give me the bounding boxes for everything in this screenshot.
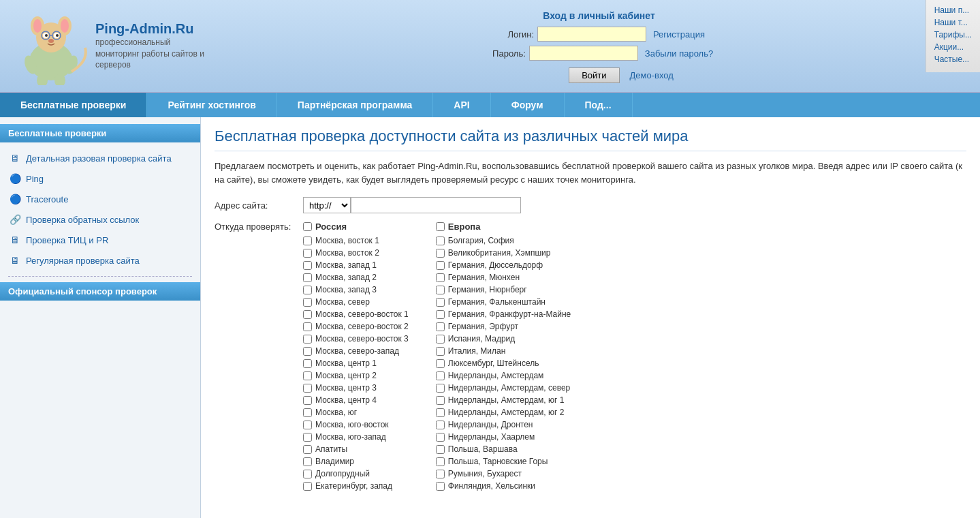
right-link-5[interactable]: Частые... — [934, 55, 972, 64]
russia-checkbox-1[interactable] — [303, 249, 312, 258]
nav-item-forum[interactable]: Форум — [491, 93, 565, 117]
russia-location-label: Москва, север — [315, 297, 370, 307]
europe-checkbox-18[interactable] — [436, 457, 445, 466]
russia-checkbox-19[interactable] — [303, 470, 312, 478]
europe-checkbox-19[interactable] — [436, 470, 445, 478]
russia-checkbox-7[interactable] — [303, 322, 312, 331]
russia-checkbox-20[interactable] — [303, 482, 312, 491]
russia-checkbox-9[interactable] — [303, 347, 312, 356]
russia-checkbox-15[interactable] — [303, 421, 312, 429]
europe-checkbox-8[interactable] — [436, 335, 445, 344]
login-label: Логин: — [493, 29, 534, 40]
russia-item: Москва, запад 3 — [303, 285, 409, 294]
russia-item: Москва, восток 2 — [303, 248, 409, 258]
ping-icon: 🔵 — [8, 172, 22, 185]
russia-location-label: Владимир — [315, 457, 354, 466]
europe-checkbox-1[interactable] — [436, 249, 445, 258]
europe-checkbox-11[interactable] — [436, 371, 445, 380]
regular-icon: 🖥 — [8, 254, 22, 267]
sidebar-item-traceroute[interactable]: 🔵 Traceroute — [0, 189, 200, 209]
europe-item: Финляндия, Хельсинки — [436, 481, 571, 491]
europe-item: Нидерланды, Хаарлем — [436, 432, 571, 442]
russia-checkbox-3[interactable] — [303, 273, 312, 282]
demo-link[interactable]: Демо-вход — [630, 70, 674, 80]
russia-location-label: Москва, запад 2 — [315, 273, 377, 282]
nav-item-more[interactable]: Под... — [565, 93, 633, 117]
sidebar-item-backlinks[interactable]: 🔗 Проверка обратных ссылок — [0, 209, 200, 230]
russia-location-label: Москва, центр 4 — [315, 395, 377, 405]
europe-location-label: Германия, Франкфурт-на-Майне — [448, 309, 571, 319]
svg-point-4 — [33, 19, 42, 33]
address-row: Адрес сайта: http:// https:// ftp:// — [215, 197, 966, 213]
login-input[interactable] — [537, 27, 646, 42]
europe-all-checkbox[interactable] — [436, 222, 445, 231]
europe-checkbox-0[interactable] — [436, 237, 445, 245]
europe-item: Польша, Варшава — [436, 444, 571, 454]
europe-checkbox-15[interactable] — [436, 421, 445, 429]
europe-location-label: Германия, Эрфурт — [448, 322, 518, 331]
sidebar-item-regular[interactable]: 🖥 Регулярная проверка сайта — [0, 250, 200, 271]
russia-checkbox-11[interactable] — [303, 371, 312, 380]
sidebar-item-ping[interactable]: 🔵 Ping — [0, 168, 200, 189]
europe-checkbox-3[interactable] — [436, 273, 445, 282]
russia-checkbox-4[interactable] — [303, 286, 312, 294]
russia-all-checkbox[interactable] — [303, 222, 312, 231]
nav-item-partner[interactable]: Партнёрская программа — [277, 93, 434, 117]
sidebar-item-detailed[interactable]: 🖥 Детальная разовая проверка сайта — [0, 148, 200, 168]
sidebar-item-tic-pr[interactable]: 🖥 Проверка ТИЦ и PR — [0, 230, 200, 250]
europe-checkbox-20[interactable] — [436, 482, 445, 491]
europe-checkbox-4[interactable] — [436, 286, 445, 294]
russia-checkbox-17[interactable] — [303, 445, 312, 454]
europe-checkbox-5[interactable] — [436, 298, 445, 307]
europe-checkbox-10[interactable] — [436, 359, 445, 368]
europe-checkbox-17[interactable] — [436, 445, 445, 454]
russia-location-label: Москва, юго-восток — [315, 420, 389, 429]
russia-checkbox-13[interactable] — [303, 396, 312, 405]
right-link-1[interactable]: Наши п... — [934, 5, 972, 15]
russia-checkbox-12[interactable] — [303, 384, 312, 393]
europe-checkbox-9[interactable] — [436, 347, 445, 356]
password-input[interactable] — [529, 46, 638, 61]
russia-checkbox-16[interactable] — [303, 433, 312, 442]
europe-checkbox-6[interactable] — [436, 310, 445, 319]
europe-item: Испания, Мадрид — [436, 334, 571, 344]
europe-checkbox-14[interactable] — [436, 408, 445, 417]
russia-checkbox-18[interactable] — [303, 457, 312, 466]
russia-checkbox-2[interactable] — [303, 261, 312, 270]
europe-location-label: Люксембург, Штейнсель — [448, 359, 539, 368]
russia-location-label: Москва, юг — [315, 408, 357, 417]
password-label: Пароль: — [485, 48, 526, 59]
svg-point-10 — [48, 39, 54, 43]
russia-checkbox-8[interactable] — [303, 335, 312, 344]
europe-checkbox-12[interactable] — [436, 384, 445, 393]
register-link[interactable]: Регистрация — [653, 29, 705, 40]
nav-item-api[interactable]: API — [433, 93, 490, 117]
russia-checkbox-6[interactable] — [303, 310, 312, 319]
europe-checkbox-16[interactable] — [436, 433, 445, 442]
europe-header: Европа — [436, 222, 571, 232]
russia-checkbox-0[interactable] — [303, 237, 312, 245]
europe-checkbox-2[interactable] — [436, 261, 445, 270]
right-link-4[interactable]: Акции... — [934, 42, 972, 52]
russia-location-label: Москва, центр 3 — [315, 383, 377, 393]
russia-checkbox-10[interactable] — [303, 359, 312, 368]
protocol-select[interactable]: http:// https:// ftp:// — [303, 197, 351, 213]
russia-checkbox-14[interactable] — [303, 408, 312, 417]
nav-item-hosting-rating[interactable]: Рейтинг хостингов — [147, 93, 276, 117]
europe-item: Нидерланды, Дронтен — [436, 420, 571, 429]
right-link-2[interactable]: Наши т... — [934, 18, 972, 27]
russia-item: Москва, юг — [303, 408, 409, 417]
login-button[interactable]: Войти — [569, 67, 619, 83]
page-title: Бесплатная проверка доступности сайта из… — [215, 127, 966, 151]
nav-item-free-checks[interactable]: Бесплатные проверки — [0, 93, 147, 117]
url-input[interactable] — [351, 197, 521, 213]
europe-location-label: Германия, Дюссельдорф — [448, 260, 543, 270]
europe-location-label: Италия, Милан — [448, 346, 506, 356]
europe-item: Польша, Тарновские Горы — [436, 457, 571, 466]
sidebar-header: Бесплатные проверки — [0, 124, 200, 142]
russia-checkbox-5[interactable] — [303, 298, 312, 307]
europe-checkbox-7[interactable] — [436, 322, 445, 331]
forgot-link[interactable]: Забыли пароль? — [645, 48, 713, 59]
right-link-3[interactable]: Тарифы... — [934, 30, 972, 40]
europe-checkbox-13[interactable] — [436, 396, 445, 405]
